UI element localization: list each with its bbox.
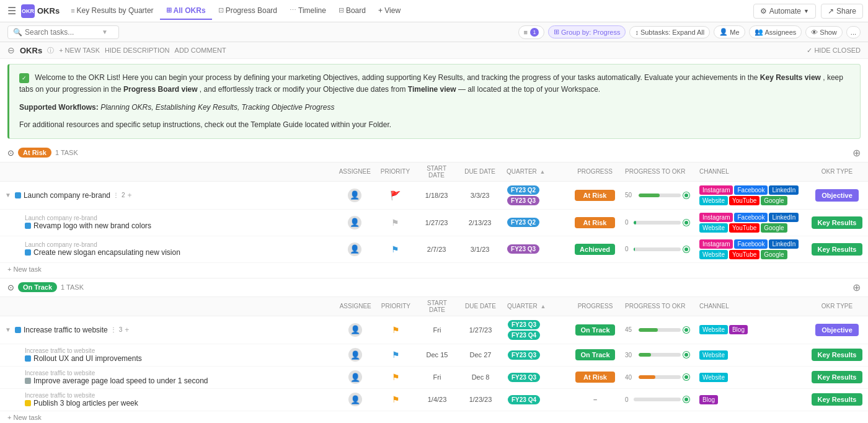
me-button[interactable]: 👤 Me [714, 25, 745, 38]
task-name-cell: Increase traffic to website Rollout UX a… [0, 344, 335, 366]
row2-assignee[interactable]: 👤 [334, 209, 376, 236]
col-header-okr-type: OKR TYPE [806, 297, 868, 316]
flag-icon: ⚑ [391, 218, 399, 228]
row2-priority[interactable]: ⚑ [376, 209, 415, 236]
filter-button[interactable]: ≡ 1 [518, 25, 544, 39]
on-track-new-task[interactable]: + New task [0, 411, 868, 423]
row3-start-date: 2/7/23 [415, 236, 458, 262]
row1-assignee[interactable]: 👤 [334, 181, 376, 209]
at-risk-badge: At Risk [18, 148, 51, 158]
row4-name: Increase traffic to website [24, 326, 108, 334]
tab-all-okrs[interactable]: ⊞ All OKRs [160, 2, 212, 20]
at-risk-header-row: ASSIGNEE PRIORITY START DATE DUE DATE QU… [0, 163, 868, 182]
col-header-channel: CHANNEL [694, 163, 806, 182]
tab-label-ao: All OKRs [174, 6, 206, 15]
avatar[interactable]: 👤 [348, 243, 361, 256]
avatar[interactable]: 👤 [348, 348, 362, 362]
tab-key-results-quarter[interactable]: ≡ Key Results by Quarter [64, 2, 159, 20]
at-risk-new-task[interactable]: + New task [0, 263, 868, 275]
row7-priority[interactable]: ⚑ [376, 388, 415, 411]
subtasks-button[interactable]: ↕ Subtasks: Expand All [629, 26, 710, 38]
row4-assignee[interactable]: 👤 [335, 316, 376, 344]
collapse-icon[interactable]: ⊖ [7, 45, 15, 55]
tab-label-av: + View [378, 6, 401, 15]
avatar[interactable]: 👤 [348, 323, 362, 337]
row6-priority[interactable]: ⚑ [376, 366, 415, 388]
add-comment-btn[interactable]: ADD COMMENT [175, 47, 226, 54]
task-name-cell: Increase traffic to website Improve aver… [0, 366, 335, 388]
automate-label: Automate [769, 7, 801, 16]
progress-badge: On Track [575, 349, 615, 360]
search-input[interactable] [25, 28, 99, 37]
more-button[interactable]: ... [846, 26, 861, 38]
show-button[interactable]: 👁 Show [805, 26, 843, 38]
progress-badge: At Risk [575, 372, 615, 383]
row1-add-subtask[interactable]: + [128, 191, 132, 200]
col-header-priority: PRIORITY [376, 163, 415, 182]
row1-chevron[interactable]: ▼ [5, 192, 11, 198]
quarter-sort-icon[interactable]: ▲ [540, 169, 546, 175]
toolbar: 🔍 ▼ ≡ 1 ⊞ Group by: Progress ↕ Subtasks:… [0, 22, 868, 42]
hamburger-icon[interactable]: ☰ [5, 2, 19, 19]
group-toggle-on-track[interactable]: ⊙ [7, 283, 14, 292]
search-box[interactable]: 🔍 ▼ [7, 25, 119, 39]
row6-dot [25, 378, 31, 384]
quarter-pill: FY23 Q3 [508, 350, 540, 360]
row5-assignee[interactable]: 👤 [335, 344, 376, 366]
row4-add-subtask[interactable]: + [125, 326, 129, 334]
avatar[interactable]: 👤 [348, 370, 362, 384]
col-header-progress-okr: PROGRESS TO OKR [620, 163, 694, 182]
tab-board[interactable]: ⊟ Board [332, 2, 372, 20]
row5-start-date: Dec 15 [415, 344, 459, 366]
quarter-sort-label: QUARTER [507, 168, 537, 175]
col-header-progress: PROGRESS [570, 163, 620, 182]
row5-progress: On Track [570, 344, 620, 366]
check-icon: ✓ [807, 47, 812, 55]
row3-priority[interactable]: ⚑ [376, 236, 415, 262]
share-button[interactable]: ↗ Share [821, 4, 863, 19]
avatar[interactable]: 👤 [348, 216, 361, 229]
row6-assignee[interactable]: 👤 [335, 366, 376, 388]
avatar[interactable]: 👤 [348, 189, 361, 202]
hide-desc-btn[interactable]: HIDE DESCRIPTION [105, 47, 170, 54]
tab-timeline[interactable]: ⋯ Timeline [283, 2, 332, 20]
col-header-name [0, 163, 334, 182]
tab-icon-tl: ⋯ [290, 6, 296, 14]
group-toggle-at-risk[interactable]: ⊙ [7, 148, 14, 158]
row7-assignee[interactable]: 👤 [335, 388, 376, 411]
search-icon: 🔍 [13, 28, 22, 37]
row4-quarter: FY23 Q3 FY23 Q4 [502, 316, 570, 344]
group-by-button[interactable]: ⊞ Group by: Progress [548, 25, 626, 38]
tab-icon-kq: ≡ [71, 7, 74, 14]
row7-quarter: FY23 Q4 [502, 388, 570, 411]
table-row: Increase traffic to website Improve aver… [0, 366, 868, 388]
avatar[interactable]: 👤 [348, 393, 362, 406]
row4-priority[interactable]: ⚑ [376, 316, 415, 344]
assignees-button[interactable]: 👥 Assignees [749, 25, 802, 38]
quarter-sort-icon2[interactable]: ▲ [541, 303, 546, 309]
me-icon: 👤 [719, 28, 728, 36]
add-at-risk-btn[interactable]: ⊕ [852, 147, 861, 159]
row3-assignee[interactable]: 👤 [334, 236, 376, 262]
on-track-count: 1 TASK [61, 283, 84, 291]
quarter-pill: FY23 Q3 [508, 320, 540, 329]
show-icon: 👁 [811, 29, 818, 36]
tab-progress-board[interactable]: ⊡ Progress Board [212, 2, 283, 20]
tab-add-view[interactable]: + View [372, 2, 407, 20]
on-track-header-row: ASSIGNEE PRIORITY START DATE DUE DATE QU… [0, 297, 868, 316]
add-on-track-btn[interactable]: ⊕ [852, 282, 861, 293]
row5-quarter: FY23 Q3 [502, 344, 570, 366]
row5-priority[interactable]: ⚑ [376, 344, 415, 366]
row3-parent-label: Launch company re-brand [25, 241, 180, 248]
flag-icon: 🚩 [390, 190, 401, 200]
okr-type-badge: Key Results [812, 349, 863, 361]
new-task-btn[interactable]: + NEW TASK [59, 47, 100, 54]
row1-dot [15, 192, 21, 198]
row1-priority[interactable]: 🚩 [376, 181, 415, 209]
row4-chevron[interactable]: ▼ [5, 326, 11, 333]
automate-button[interactable]: ⚙ Automate ▼ [753, 4, 816, 19]
quarter-pill: FY23 Q2 [507, 218, 539, 227]
hide-closed-btn[interactable]: ✓ HIDE CLOSED [807, 47, 861, 55]
search-chevron-icon[interactable]: ▼ [102, 29, 108, 35]
row5-dot [25, 355, 31, 362]
